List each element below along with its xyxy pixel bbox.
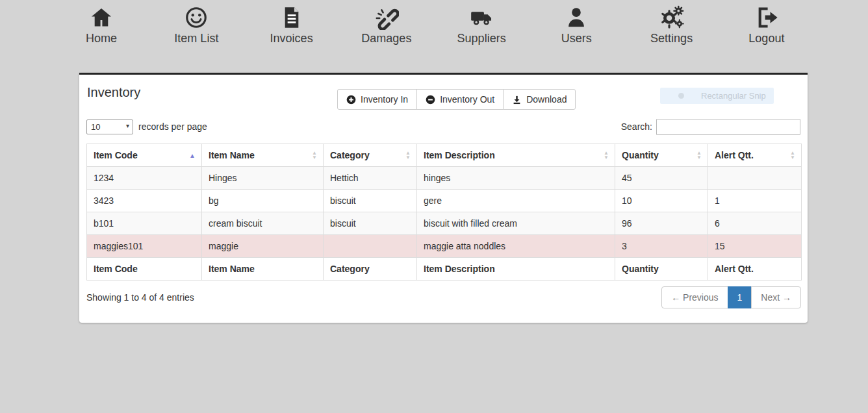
- download-icon: [512, 95, 522, 105]
- footer-header-item-name: Item Name: [202, 258, 324, 281]
- table-row[interactable]: 3423 bg biscuit gere 10 1: [87, 190, 802, 212]
- inventory-table: Item Code ▲ Item Name ▲▼ Category ▲▼ Ite…: [86, 144, 802, 281]
- invoice-file-icon: [279, 5, 304, 30]
- nav-item-home[interactable]: Home: [54, 5, 149, 45]
- truck-icon: [469, 5, 494, 30]
- nav-label: Damages: [361, 32, 411, 45]
- records-per-page-label: records per page: [138, 121, 207, 132]
- inventory-out-button[interactable]: Inventory Out: [416, 89, 504, 110]
- snip-dot-icon: [678, 93, 684, 99]
- column-header-item-description[interactable]: Item Description ▲▼: [417, 144, 615, 167]
- logout-icon: [754, 5, 779, 30]
- search-input[interactable]: [656, 119, 800, 135]
- column-header-category[interactable]: Category ▲▼: [324, 144, 417, 167]
- sort-icon: ▲▼: [604, 151, 609, 160]
- cell-description: biscuit with filled cream: [417, 212, 615, 235]
- sort-icon: ▲▼: [312, 151, 317, 160]
- cell-item-code: 3423: [87, 190, 202, 212]
- nav-item-settings[interactable]: Settings: [624, 5, 719, 45]
- cell-category: biscuit: [324, 212, 417, 235]
- home-icon: [89, 5, 114, 30]
- cell-quantity: 45: [615, 167, 708, 190]
- column-header-item-name[interactable]: Item Name ▲▼: [202, 144, 324, 167]
- inventory-out-label: Inventory Out: [440, 94, 494, 105]
- cell-item-name: Hinges: [202, 167, 324, 190]
- nav-label: Item List: [174, 32, 218, 45]
- nav-label: Invoices: [270, 32, 313, 45]
- cell-quantity: 3: [615, 235, 708, 258]
- sort-icon: ▲▼: [696, 151, 702, 160]
- top-navigation: Home Item List Invoices: [54, 0, 814, 45]
- minus-circle-icon: [426, 95, 435, 105]
- table-row[interactable]: b101 cream biscuit biscuit biscuit with …: [87, 212, 802, 235]
- nav-item-item-list[interactable]: Item List: [149, 5, 244, 45]
- inventory-in-label: Inventory In: [361, 94, 408, 105]
- nav-item-damages[interactable]: Damages: [339, 5, 434, 45]
- inventory-panel: Inventory Inventory In Inventory Out Do: [79, 73, 808, 323]
- table-row[interactable]: 1234 Hinges Hettich hinges 45: [87, 167, 802, 190]
- cell-item-name: bg: [202, 190, 324, 212]
- footer-header-item-description: Item Description: [417, 258, 615, 281]
- cell-alert-qtt: 6: [708, 212, 802, 235]
- inventory-actions: Inventory In Inventory Out Download: [337, 89, 576, 110]
- rectangular-snip-overlay: Rectangular Snip: [660, 88, 774, 104]
- cell-quantity: 10: [615, 190, 708, 212]
- nav-item-logout[interactable]: Logout: [719, 5, 814, 45]
- broken-link-icon: [374, 5, 399, 30]
- cell-item-code: maggies101: [87, 235, 202, 258]
- cell-quantity: 96: [615, 212, 708, 235]
- column-header-item-code[interactable]: Item Code ▲: [87, 144, 202, 167]
- plus-circle-icon: [346, 95, 356, 105]
- sort-asc-icon: ▲: [189, 152, 196, 159]
- cell-item-code: 1234: [87, 167, 202, 190]
- entries-info: Showing 1 to 4 of 4 entries: [86, 292, 194, 303]
- cell-description: maggie atta noddles: [417, 235, 615, 258]
- cell-category: biscuit: [324, 190, 417, 212]
- footer-header-quantity: Quantity: [615, 258, 708, 281]
- records-per-page-select[interactable]: 10 ▾: [86, 119, 133, 134]
- download-button[interactable]: Download: [503, 89, 576, 110]
- sort-icon: ▲▼: [790, 151, 795, 160]
- nav-label: Settings: [650, 32, 693, 45]
- nav-item-users[interactable]: Users: [529, 5, 624, 45]
- download-label: Download: [526, 94, 567, 105]
- cell-item-code: b101: [87, 212, 202, 235]
- gears-icon: [659, 5, 684, 30]
- table-footer-bar: Showing 1 to 4 of 4 entries ← Previous 1…: [86, 286, 801, 308]
- smiley-icon: [184, 5, 209, 30]
- footer-header-item-code: Item Code: [87, 258, 202, 281]
- snip-label: Rectangular Snip: [701, 91, 766, 101]
- pagination: ← Previous 1 Next →: [661, 286, 801, 308]
- table-controls: 10 ▾ records per page Search:: [86, 118, 800, 135]
- cell-description: gere: [417, 190, 615, 212]
- nav-label: Suppliers: [457, 32, 506, 45]
- cell-category: [324, 235, 417, 258]
- table-row-low-stock[interactable]: maggies101 maggie maggie atta noddles 3 …: [87, 235, 802, 258]
- page-1-button[interactable]: 1: [728, 286, 752, 308]
- previous-page-button[interactable]: ← Previous: [661, 286, 728, 308]
- user-icon: [564, 5, 589, 30]
- nav-item-suppliers[interactable]: Suppliers: [434, 5, 529, 45]
- nav-label: Home: [86, 32, 117, 45]
- table-footer-row: Item Code Item Name Category Item Descri…: [87, 258, 802, 281]
- next-page-button[interactable]: Next →: [751, 286, 801, 308]
- search-label: Search:: [621, 121, 652, 132]
- cell-alert-qtt: 1: [708, 190, 802, 212]
- cell-item-name: maggie: [202, 235, 324, 258]
- footer-header-alert-qtt: Alert Qtt.: [708, 258, 802, 281]
- sort-icon: ▲▼: [405, 151, 411, 160]
- cell-category: Hettich: [324, 167, 417, 190]
- cell-description: hinges: [417, 167, 615, 190]
- nav-item-invoices[interactable]: Invoices: [244, 5, 339, 45]
- cell-item-name: cream biscuit: [202, 212, 324, 235]
- search-control: Search:: [621, 119, 800, 135]
- inventory-in-button[interactable]: Inventory In: [337, 89, 417, 110]
- footer-header-category: Category: [324, 258, 417, 281]
- cell-alert-qtt: [708, 167, 802, 190]
- column-header-alert-qtt[interactable]: Alert Qtt. ▲▼: [708, 144, 802, 167]
- nav-label: Users: [561, 32, 592, 45]
- cell-alert-qtt: 15: [708, 235, 802, 258]
- records-per-page-native-select[interactable]: 10: [86, 119, 133, 134]
- column-header-quantity[interactable]: Quantity ▲▼: [615, 144, 708, 167]
- nav-label: Logout: [748, 32, 784, 45]
